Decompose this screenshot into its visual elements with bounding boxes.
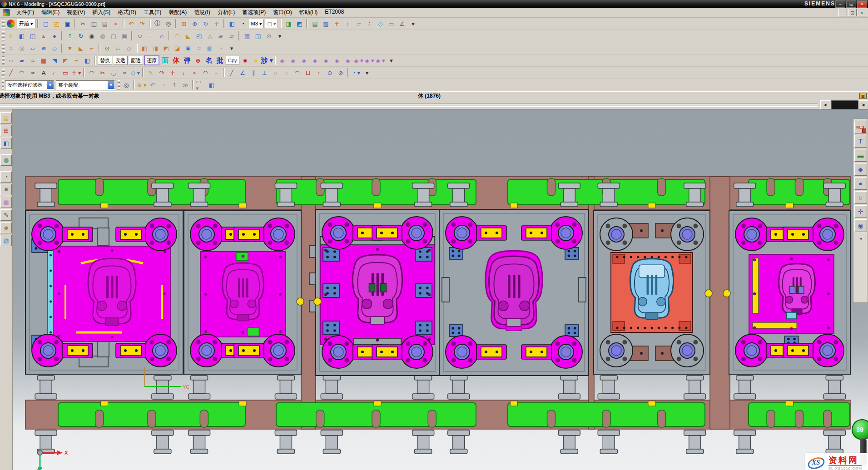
trim-body-icon[interactable]: ▰ [215, 30, 226, 41]
batch-display-button[interactable]: 批 [214, 55, 225, 65]
snap-point-options-icon[interactable]: ⊕ ▾ [136, 79, 147, 90]
suppress-feature-icon[interactable]: ⊘ [263, 30, 274, 41]
draft-icon[interactable]: △ [204, 30, 215, 41]
select-previous-icon[interactable]: ↶ [147, 79, 158, 90]
fill-surface-icon[interactable]: ◧ [82, 55, 93, 66]
interference-check-button[interactable]: 涉 ▾ [262, 55, 273, 65]
replace-face-icon[interactable]: ◪ [172, 43, 183, 54]
insert-parts-button[interactable]: ● [854, 177, 867, 190]
chevron-down-icon[interactable]: ▼ [47, 81, 54, 89]
subtract-icon[interactable]: − [145, 30, 156, 41]
parallel-line-icon[interactable]: ∥ [248, 67, 259, 78]
scroll-right-button[interactable]: > [858, 100, 868, 109]
visible-in-view-icon[interactable]: ▧ [320, 18, 331, 29]
smooth-spline-icon[interactable]: ≈ [119, 67, 130, 78]
circle-center-radius-icon[interactable]: ⊙ [324, 67, 335, 78]
body-display-button[interactable]: 体 [171, 55, 182, 65]
join-curve-icon[interactable]: ✛ [167, 67, 178, 78]
menu-item-10[interactable]: 窗口(O) [269, 8, 295, 17]
color-palette-tab[interactable]: ▥ [0, 197, 12, 208]
thicken-icon[interactable]: ▥ [204, 43, 215, 54]
project-curve-icon[interactable]: ↓ [178, 67, 189, 78]
pull-face-icon[interactable]: ◈ [288, 55, 299, 66]
blend-curve-icon[interactable]: ↷ [156, 67, 167, 78]
point-icon[interactable]: ✛ ▾ [71, 67, 82, 78]
datum-axis-icon[interactable]: ↑ [342, 18, 353, 29]
through-curves-icon[interactable]: ≋ [38, 43, 49, 54]
delete-face-icon[interactable]: ◩ [161, 43, 172, 54]
open-file-icon[interactable]: ◰ [51, 18, 62, 29]
resize-face-icon[interactable]: ◈ [299, 55, 310, 66]
patch-body-icon[interactable]: ▣ [183, 43, 193, 54]
scroll-left-button[interactable]: < [820, 100, 831, 109]
close-button[interactable]: × [857, 0, 867, 8]
block-icon[interactable]: ◧ [16, 30, 27, 41]
cut-icon[interactable]: ✂ [78, 18, 89, 29]
sew-icon[interactable]: ≈ [193, 43, 204, 54]
mesh-surface-icon[interactable]: ▦ [38, 55, 49, 66]
child-close-button[interactable]: × [858, 9, 866, 16]
stamp-icon[interactable]: ▼ [64, 43, 75, 54]
divide-curve-icon[interactable]: ◡ [108, 67, 119, 78]
perpendicular-line-icon[interactable]: ⊥ [259, 67, 270, 78]
row2-overflow-icon[interactable]: ▾ [274, 30, 285, 41]
refresh-view-icon[interactable]: ↻ [200, 18, 211, 29]
scroll-track[interactable] [831, 100, 859, 109]
line-angle-icon[interactable]: ∠ [237, 67, 248, 78]
line-point-point-icon[interactable]: ╱ [226, 67, 237, 78]
minimize-button[interactable]: – [835, 0, 845, 8]
object-color-button[interactable]: ▢ ▾ [265, 19, 278, 28]
point-set-icon[interactable]: ∴ [364, 18, 375, 29]
snap-view-icon[interactable]: ◇ [375, 18, 386, 29]
rectangle-select-icon[interactable]: ▭ ▾ [195, 79, 206, 90]
line-icon[interactable]: ╱ [5, 67, 16, 78]
swept-surface-icon[interactable]: ≈ [27, 55, 38, 66]
render-style-icon[interactable]: ◔ [238, 18, 248, 29]
menu-item-7[interactable]: 信息(I) [190, 8, 213, 17]
mirror-feature-icon[interactable]: ◫ [253, 30, 263, 41]
pad-icon[interactable]: ▣ [119, 30, 130, 41]
move-face-icon[interactable]: ◈ [277, 55, 288, 66]
law-extension-icon[interactable]: ⌐ [71, 55, 82, 66]
wrap-geometry-icon[interactable]: ◔ [215, 43, 226, 54]
restore-button[interactable]: ◱ [846, 0, 856, 8]
offset-surface-icon[interactable]: ◤ [60, 55, 71, 66]
system-materials-tab[interactable]: ≡ [0, 184, 12, 195]
fillet-curve-icon[interactable]: ◠ [86, 67, 97, 78]
undo-icon[interactable]: ↶ [126, 18, 137, 29]
offset-face-icon[interactable]: ◨ [150, 43, 161, 54]
boss-icon[interactable]: ◍ [97, 30, 108, 41]
cylinder-parts-button[interactable]: ◉ [854, 219, 867, 232]
pan-view-icon[interactable]: ✛ [211, 18, 222, 29]
paste-face-icon[interactable]: ◈ ▾ [364, 55, 375, 66]
name-display-button[interactable]: 名 [203, 55, 214, 65]
x-form-icon[interactable]: ◇ ▾ [130, 67, 141, 78]
pattern-feature-icon[interactable]: ▦ [242, 30, 253, 41]
datum-plane-icon[interactable]: ▱ [353, 18, 364, 29]
selection-scope-dropdown[interactable]: 整个装配 ▼ [56, 80, 115, 90]
chevron-down-icon[interactable]: ▼ [108, 81, 114, 89]
fitting-parts-button[interactable]: ✛ [854, 205, 867, 218]
cylinder-icon[interactable]: ◫ [27, 30, 38, 41]
measure-distance-icon[interactable]: ▭ [386, 18, 397, 29]
menu-item-8[interactable]: 分析(L) [214, 8, 239, 17]
offset-curve-icon[interactable]: ≡ [211, 67, 222, 78]
target-point-icon[interactable]: ⊕ [193, 55, 203, 66]
orient-wcs-icon[interactable]: ✛ [331, 18, 342, 29]
menu-item-11[interactable]: 帮助(H) [296, 8, 322, 17]
flange-icon[interactable]: ◣ [75, 43, 86, 54]
history-palette-tab[interactable]: ◔ [0, 171, 12, 183]
line-up-icon[interactable]: ↑ [313, 67, 324, 78]
zoom-in-out-icon[interactable]: ⊕ [189, 18, 200, 29]
menu-item-0[interactable]: 文件(F) [13, 8, 38, 17]
swept-icon[interactable]: ≈ [5, 43, 16, 54]
menu-item-6[interactable]: 装配(A) [165, 8, 190, 17]
circle-point-point-icon[interactable]: ○ [270, 67, 281, 78]
mold-base-parts-button[interactable]: ◆ [854, 163, 867, 176]
child-restore-button[interactable]: ◱ [848, 9, 857, 16]
edge-blend-icon[interactable]: ◠ [172, 30, 183, 41]
hole-icon[interactable]: ◉ [86, 30, 97, 41]
sphere-icon[interactable]: ● [49, 30, 60, 41]
menu-item-4[interactable]: 格式(R) [114, 8, 140, 17]
scenery-background-tab[interactable]: ▧ [0, 235, 12, 246]
